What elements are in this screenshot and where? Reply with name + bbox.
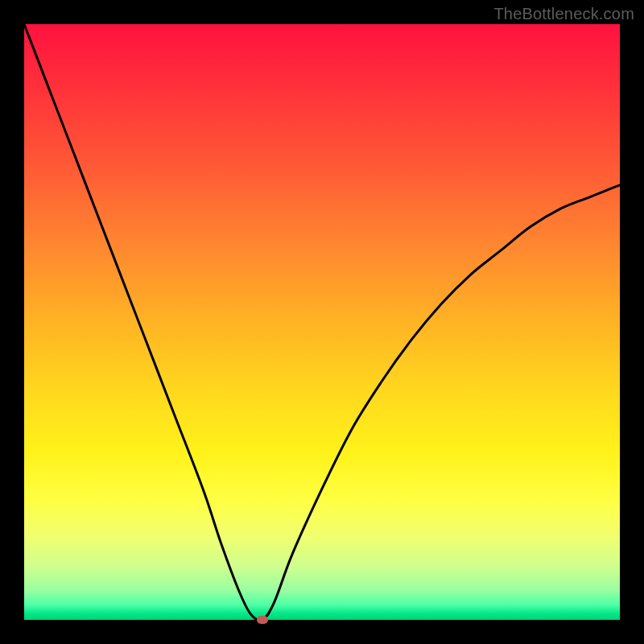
plot-area bbox=[24, 24, 620, 620]
chart-frame: TheBottleneck.com bbox=[0, 0, 644, 644]
watermark-text: TheBottleneck.com bbox=[493, 5, 634, 23]
bottleneck-curve bbox=[24, 24, 620, 620]
optimal-point-marker bbox=[257, 616, 268, 624]
